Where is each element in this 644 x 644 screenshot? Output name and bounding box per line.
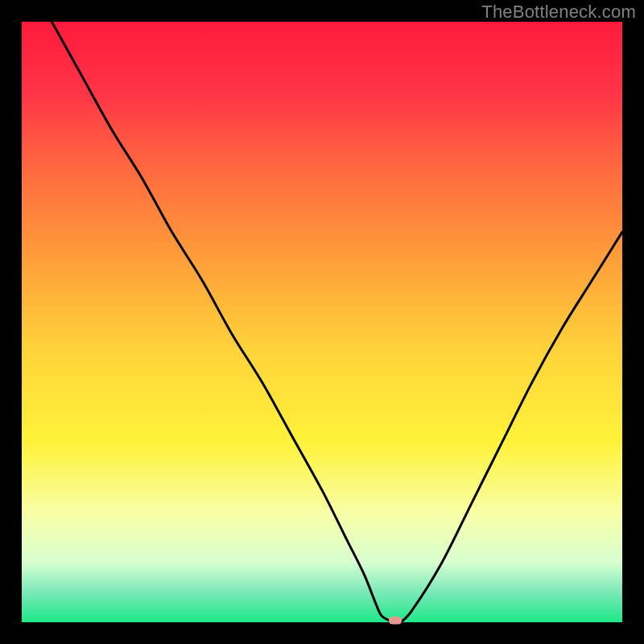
chart-container: TheBottleneck.com [0,0,644,644]
bottleneck-chart [0,0,644,644]
optimal-marker [389,617,402,625]
gradient-background [22,22,622,622]
watermark-text: TheBottleneck.com [481,2,636,23]
